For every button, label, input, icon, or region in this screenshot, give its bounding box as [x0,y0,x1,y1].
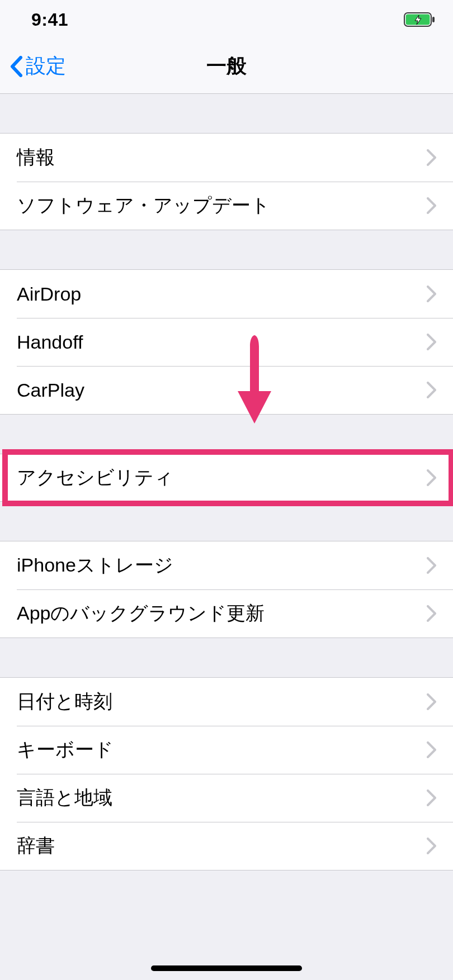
cell-software-update[interactable]: ソフトウェア・アップデート [0,182,453,230]
group-spacer [0,415,453,454]
cell-label: 日付と時刻 [17,689,416,715]
svg-rect-2 [432,17,435,22]
list-group-2: AirDrop Handoff CarPlay [0,269,453,415]
cell-label: iPhoneストレージ [17,553,416,578]
list-group-3: アクセシビリティ [0,454,453,502]
cell-language-region[interactable]: 言語と地域 [0,774,453,822]
cell-keyboard[interactable]: キーボード [0,726,453,774]
page-title: 一般 [0,53,453,80]
chevron-right-icon [427,741,436,758]
cell-label: AirDrop [17,283,416,305]
chevron-right-icon [427,838,436,854]
cell-label: Appのバックグラウンド更新 [17,601,416,626]
back-button[interactable]: 設定 [10,53,66,80]
chevron-right-icon [427,605,436,622]
chevron-right-icon [427,197,436,214]
group-spacer [0,502,453,541]
cell-background-app-refresh[interactable]: Appのバックグラウンド更新 [0,589,453,638]
cell-dictionary[interactable]: 辞書 [0,822,453,870]
cell-label: ソフトウェア・アップデート [17,193,416,218]
chevron-right-icon [427,789,436,806]
cell-label: キーボード [17,737,416,763]
home-indicator[interactable] [151,965,302,971]
status-time: 9:41 [31,9,68,30]
chevron-right-icon [427,334,436,350]
cell-label: CarPlay [17,379,416,401]
chevron-right-icon [427,693,436,710]
cell-iphone-storage[interactable]: iPhoneストレージ [0,541,453,589]
cell-label: 言語と地域 [17,785,416,811]
cell-about[interactable]: 情報 [0,134,453,182]
cell-accessibility[interactable]: アクセシビリティ [0,454,453,502]
status-bar: 9:41 [0,0,453,39]
group-spacer [0,638,453,677]
chevron-left-icon [10,56,22,77]
cell-label: アクセシビリティ [17,465,416,491]
chevron-right-icon [427,286,436,302]
chevron-right-icon [427,149,436,166]
list-group-4: iPhoneストレージ Appのバックグラウンド更新 [0,541,453,638]
chevron-right-icon [427,469,436,486]
cell-date-time[interactable]: 日付と時刻 [0,678,453,726]
group-spacer [0,230,453,269]
back-label: 設定 [26,53,66,80]
list-group-5: 日付と時刻 キーボード 言語と地域 辞書 [0,677,453,870]
cell-handoff[interactable]: Handoff [0,318,453,366]
chevron-right-icon [427,557,436,574]
group-spacer [0,94,453,133]
chevron-right-icon [427,382,436,398]
cell-carplay[interactable]: CarPlay [0,366,453,414]
cell-label: 辞書 [17,833,416,859]
cell-label: 情報 [17,145,416,170]
battery-charging-icon [404,12,435,27]
cell-label: Handoff [17,331,416,353]
cell-airdrop[interactable]: AirDrop [0,270,453,318]
nav-bar: 設定 一般 [0,39,453,94]
list-group-1: 情報 ソフトウェア・アップデート [0,133,453,230]
